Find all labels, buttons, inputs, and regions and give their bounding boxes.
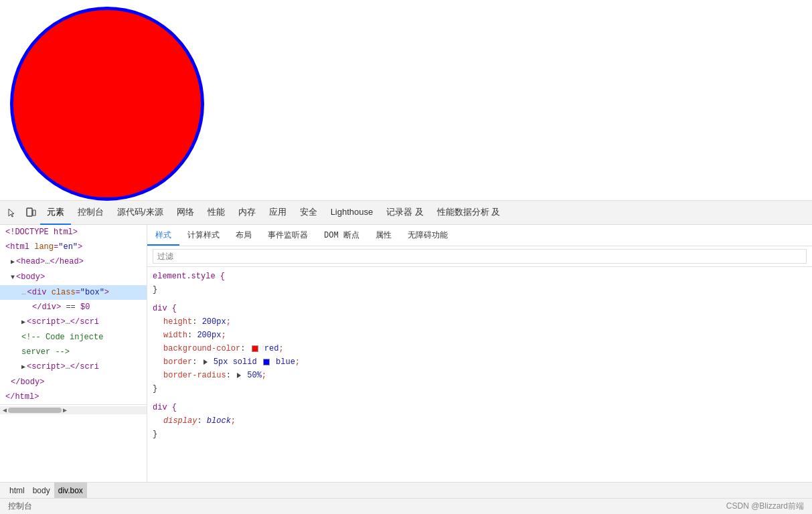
dom-div-box[interactable]: … <div class="box"> — [0, 285, 147, 300]
dom-body-close[interactable]: </body> — [0, 375, 147, 390]
select-element-icon[interactable] — [3, 203, 21, 222]
css-prop-bgcolor: background-color: red; — [163, 344, 284, 353]
dom-scrollbar-area: ◀ ▶ — [0, 404, 147, 414]
tab-recorder[interactable]: 记录器 及 — [380, 201, 430, 225]
dom-body-open[interactable]: ▼<body> — [0, 270, 147, 285]
dom-html[interactable]: <html lang="en"> — [0, 240, 147, 254]
scroll-left-arrow[interactable]: ◀ — [1, 406, 8, 414]
subtab-properties[interactable]: 属性 — [368, 226, 400, 246]
dom-div-close[interactable]: </div> == $0 — [0, 300, 147, 315]
tab-perf-insights[interactable]: 性能数据分析 及 — [430, 201, 507, 225]
css-rule-div-display: div { display: block; } — [153, 401, 807, 441]
dom-comment2[interactable]: server --> — [0, 345, 147, 359]
css-prop-border-radius: border-radius: 50%; — [163, 371, 266, 380]
css-rule-element-style: element.style { } — [153, 270, 807, 296]
dom-head[interactable]: ▶<head>…</head> — [0, 254, 147, 270]
tab-elements[interactable]: 元素 — [40, 201, 71, 225]
scroll-right-arrow[interactable]: ▶ — [62, 406, 68, 414]
css-prop-height: height: 200px; — [163, 317, 231, 327]
svg-rect-1 — [33, 210, 35, 216]
css-prop-display: display: block; — [163, 416, 236, 426]
styles-subtabs: 样式 计算样式 布局 事件监听器 DOM 断点 属性 无障碍功能 — [147, 225, 812, 246]
status-right: CSDN @Blizzard前端 — [726, 501, 804, 512]
css-rule-div-main: div { height: 200px; width: 200px; backg… — [153, 302, 807, 396]
color-swatch-red[interactable] — [252, 345, 258, 352]
devtools-toolbar: 元素 控制台 源代码/来源 网络 性能 内存 应用 安全 Lighthouse … — [0, 201, 812, 225]
device-toggle-icon[interactable] — [21, 203, 40, 222]
devtools-panel: 元素 控制台 源代码/来源 网络 性能 内存 应用 安全 Lighthouse … — [0, 201, 812, 514]
css-prop-border: border: 5px solid blue; — [163, 357, 300, 367]
tab-network[interactable]: 网络 — [170, 201, 201, 225]
tab-security[interactable]: 安全 — [293, 201, 324, 225]
dom-horizontal-scrollbar[interactable]: ◀ ▶ — [0, 406, 147, 414]
subtab-computed[interactable]: 计算样式 — [179, 226, 228, 246]
filter-input[interactable] — [153, 249, 807, 264]
breadcrumb-html[interactable]: html — [5, 483, 29, 499]
css-selector-element-style: element.style { — [153, 272, 225, 281]
dom-doctype[interactable]: <!DOCTYPE html> — [0, 225, 147, 240]
demo-circle — [10, 7, 204, 201]
border-triangle-icon — [204, 359, 208, 365]
subtab-styles[interactable]: 样式 — [147, 226, 179, 246]
dom-html-close[interactable]: </html> — [0, 390, 147, 404]
breadcrumb-body[interactable]: body — [29, 483, 54, 499]
css-selector-div2: div { — [153, 403, 177, 412]
tab-lighthouse[interactable]: Lighthouse — [324, 201, 380, 225]
svg-rect-0 — [27, 208, 32, 216]
css-selector-div1: div { — [153, 304, 177, 313]
dom-script1[interactable]: ▶<script>…</scri — [0, 315, 147, 330]
css-prop-width: width: 200px; — [163, 331, 226, 340]
scroll-thumb[interactable] — [8, 408, 62, 413]
color-swatch-blue[interactable] — [263, 359, 270, 365]
border-radius-triangle-icon — [237, 373, 241, 378]
preview-area — [0, 0, 812, 201]
tab-performance[interactable]: 性能 — [201, 201, 232, 225]
dom-panel[interactable]: <!DOCTYPE html> <html lang="en"> ▶<head>… — [0, 225, 147, 482]
subtab-event-listeners[interactable]: 事件监听器 — [260, 226, 316, 246]
filter-box — [147, 246, 812, 267]
dom-script2[interactable]: ▶<script>…</scri — [0, 359, 147, 375]
tab-memory[interactable]: 内存 — [232, 201, 262, 225]
devtools-content: <!DOCTYPE html> <html lang="en"> ▶<head>… — [0, 225, 812, 482]
status-left[interactable]: 控制台 — [8, 501, 32, 512]
tab-application[interactable]: 应用 — [262, 201, 293, 225]
breadcrumb-bar: html body div.box — [0, 482, 812, 498]
tab-console[interactable]: 控制台 — [71, 201, 110, 225]
subtab-dom-breakpoints[interactable]: DOM 断点 — [316, 226, 368, 246]
styles-panel: 样式 计算样式 布局 事件监听器 DOM 断点 属性 无障碍功能 element… — [147, 225, 812, 482]
css-rules[interactable]: element.style { } div { height: 200px; — [147, 267, 812, 482]
dom-comment1[interactable]: <!-- Code injecte — [0, 330, 147, 345]
breadcrumb-div-box[interactable]: div.box — [54, 483, 87, 499]
subtab-accessibility[interactable]: 无障碍功能 — [400, 226, 456, 246]
subtab-layout[interactable]: 布局 — [228, 226, 260, 246]
status-bar: 控制台 CSDN @Blizzard前端 — [0, 498, 812, 514]
tab-sources[interactable]: 源代码/来源 — [110, 201, 170, 225]
